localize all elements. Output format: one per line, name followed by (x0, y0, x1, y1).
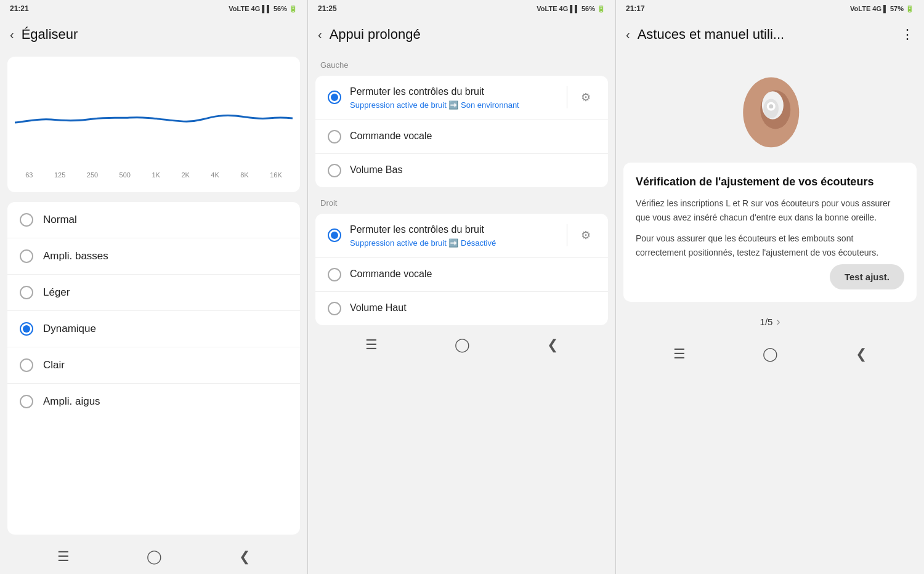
option-text-commande-vocale-droit: Commande vocale (350, 268, 596, 281)
option-text-volume-bas: Volume Bas (350, 164, 596, 177)
option-text-permuter-gauche: Permuter les contrôles du bruit Suppress… (350, 86, 558, 110)
option-commande-vocale-droit[interactable]: Commande vocale (315, 258, 608, 292)
page-title-1: Égaliseur (22, 26, 78, 42)
eq-chart-container: 63 125 250 500 1K 2K 4K 8K 16K (7, 57, 300, 192)
panel-astuces: 21:17 VoLTE 4G ▌ 57% 🔋 ‹ Astuces et manu… (616, 0, 924, 574)
svg-point-16 (769, 104, 773, 108)
page-title-2: Appui prolongé (330, 26, 421, 42)
status-bar-2: 21:25 VoLTE 4G ▌▌ 56% 🔋 (308, 0, 615, 17)
option-permuter-droit[interactable]: Permuter les contrôles du bruit Suppress… (315, 214, 608, 258)
radio-label-normal: Normal (43, 214, 77, 226)
option-text-permuter-droit: Permuter les contrôles du bruit Suppress… (350, 224, 558, 248)
option-title-permuter-gauche: Permuter les contrôles du bruit (350, 86, 558, 99)
time-1: 21:21 (10, 4, 29, 13)
radio-label-clair: Clair (43, 359, 65, 371)
radio-volume-bas (328, 164, 341, 177)
option-volume-haut[interactable]: Volume Haut (315, 292, 608, 325)
ear-illustration-container (616, 52, 924, 158)
status-icons-2: VoLTE 4G ▌▌ 56% 🔋 (537, 5, 606, 13)
option-text-commande-vocale-gauche: Commande vocale (350, 130, 596, 143)
radio-label-ampli-aigus: Ampli. aigus (43, 395, 100, 408)
radio-item-leger[interactable]: Léger (7, 275, 300, 311)
radio-item-ampli-aigus[interactable]: Ampli. aigus (7, 384, 300, 419)
option-title-commande-vocale-droit: Commande vocale (350, 268, 596, 281)
info-body-paragraph-1: Vérifiez les inscriptions L et R sur vos… (636, 196, 904, 224)
battery-icon-2: VoLTE 4G ▌▌ 56% 🔋 (537, 5, 606, 13)
battery-icon-1: VoLTE 4G ▌▌ 56% 🔋 (229, 5, 298, 13)
top-bar-1: ‹ Égaliseur (0, 17, 307, 52)
nav-back-1[interactable]: ❮ (239, 549, 250, 565)
time-3: 21:17 (626, 4, 645, 13)
top-bar-2: ‹ Appui prolongé (308, 17, 615, 52)
nav-home-1[interactable]: ◯ (147, 549, 162, 565)
ear-svg-illustration (727, 67, 813, 153)
bottom-nav-2: ☰ ◯ ❮ (308, 328, 615, 362)
eq-chart (15, 64, 293, 169)
status-icons-3: VoLTE 4G ▌ 57% 🔋 (850, 5, 914, 13)
info-title: Vérification de l'ajustement de vos écou… (636, 175, 904, 189)
panel-egaliseur: 21:21 VoLTE 4G ▌▌ 56% 🔋 ‹ Égaliseur (0, 0, 308, 574)
radio-label-dynamique: Dynamique (43, 323, 96, 335)
gear-button-gauche-1[interactable]: ⚙ (576, 87, 596, 107)
pagination-next-button[interactable]: › (776, 315, 780, 328)
bottom-nav-3: ☰ ◯ ❮ (616, 337, 924, 371)
radio-circle-dynamique (20, 322, 33, 336)
radio-item-ampli-basses[interactable]: Ampli. basses (7, 238, 300, 275)
radio-permuter-droit (328, 228, 341, 242)
radio-permuter-gauche (328, 91, 341, 104)
option-title-permuter-droit: Permuter les contrôles du bruit (350, 224, 558, 236)
back-button-1[interactable]: ‹ (10, 28, 14, 42)
pagination-text: 1/5 (760, 317, 773, 327)
option-permuter-gauche[interactable]: Permuter les contrôles du bruit Suppress… (315, 76, 608, 120)
info-body: Vérifiez les inscriptions L et R sur vos… (636, 196, 904, 259)
section-droit-label: Droit (308, 190, 615, 211)
page-title-3: Astuces et manuel utili... (638, 26, 784, 42)
radio-label-leger: Léger (43, 286, 70, 299)
radio-circle-clair (20, 358, 33, 372)
radio-commande-vocale-droit (328, 268, 341, 281)
eq-curve (15, 115, 293, 123)
nav-recents-1[interactable]: ☰ (57, 549, 70, 565)
droit-options-card: Permuter les contrôles du bruit Suppress… (315, 214, 608, 325)
gauche-options-card: Permuter les contrôles du bruit Suppress… (315, 76, 608, 187)
nav-recents-2[interactable]: ☰ (365, 337, 378, 353)
option-text-volume-haut: Volume Haut (350, 302, 596, 315)
nav-back-2[interactable]: ❮ (547, 337, 558, 353)
status-bar-3: 21:17 VoLTE 4G ▌ 57% 🔋 (616, 0, 924, 17)
back-button-2[interactable]: ‹ (318, 28, 322, 42)
nav-home-2[interactable]: ◯ (455, 337, 470, 353)
eq-freq-labels: 63 125 250 500 1K 2K 4K 8K 16K (15, 169, 293, 179)
radio-volume-haut (328, 302, 341, 315)
option-commande-vocale-gauche[interactable]: Commande vocale (315, 120, 608, 154)
radio-label-ampli-basses: Ampli. basses (43, 250, 108, 262)
battery-icon-3: VoLTE 4G ▌ 57% 🔋 (850, 5, 914, 13)
divider-v-1 (567, 86, 567, 108)
info-body-paragraph-2: Pour vous assurer que les écouteurs et l… (636, 232, 904, 259)
option-title-volume-haut: Volume Haut (350, 302, 596, 315)
pagination-row: 1/5 › (616, 307, 924, 337)
nav-recents-3[interactable]: ☰ (673, 346, 686, 362)
status-bar-1: 21:21 VoLTE 4G ▌▌ 56% 🔋 (0, 0, 307, 17)
panel-appui-prolonge: 21:25 VoLTE 4G ▌▌ 56% 🔋 ‹ Appui prolongé… (308, 0, 616, 574)
time-2: 21:25 (318, 4, 337, 13)
radio-item-dynamique[interactable]: Dynamique (7, 311, 300, 347)
section-gauche-label: Gauche (308, 52, 615, 73)
radio-commande-vocale-gauche (328, 130, 341, 144)
radio-circle-ampli-basses (20, 249, 33, 263)
more-options-button[interactable]: ⋮ (901, 26, 914, 42)
nav-back-3[interactable]: ❮ (856, 346, 867, 362)
radio-circle-leger (20, 286, 33, 299)
nav-home-3[interactable]: ◯ (763, 346, 778, 362)
bottom-nav-1: ☰ ◯ ❮ (0, 540, 307, 574)
radio-circle-ampli-aigus (20, 395, 33, 408)
info-card: Vérification de l'ajustement de vos écou… (623, 163, 917, 302)
option-volume-bas[interactable]: Volume Bas (315, 154, 608, 187)
option-subtitle-permuter-droit: Suppression active de bruit ➡️ Désactivé (350, 238, 558, 248)
radio-item-normal[interactable]: Normal (7, 202, 300, 238)
divider-v-2 (567, 224, 567, 246)
back-button-3[interactable]: ‹ (626, 28, 630, 42)
radio-item-clair[interactable]: Clair (7, 347, 300, 384)
test-ajust-button[interactable]: Test ajust. (830, 264, 904, 289)
gear-button-droit-1[interactable]: ⚙ (576, 225, 596, 245)
option-title-volume-bas: Volume Bas (350, 164, 596, 177)
